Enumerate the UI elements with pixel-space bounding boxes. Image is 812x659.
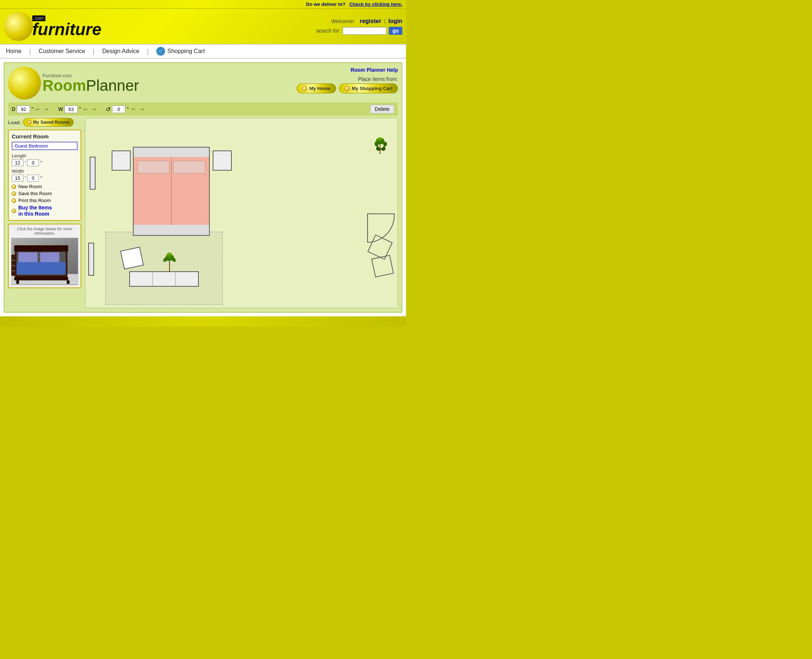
preview-image[interactable]: [11, 238, 78, 285]
pillow-right: [173, 161, 205, 173]
preview-hint: Click the image below for more informati…: [11, 227, 78, 235]
left-door-bottom: [88, 243, 94, 276]
width-arrow-left: ←: [82, 106, 89, 113]
save-room-circle: [12, 191, 16, 196]
width-in-input[interactable]: [27, 175, 39, 181]
depth-unit: ": [32, 106, 33, 112]
rp-help-link[interactable]: Room Planner Help: [351, 67, 398, 73]
current-room-title: Current Room: [12, 133, 77, 139]
width-inputs: ' ": [12, 175, 77, 181]
width-arrow-right: →: [90, 106, 97, 113]
rp-logo-circle: [8, 67, 41, 99]
left-door-top: [90, 157, 96, 190]
nav-sep1: |: [27, 47, 33, 55]
main-content: Furniture.com RoomPlanner Room Planner H…: [0, 58, 406, 316]
new-room-circle: [12, 184, 16, 189]
my-saved-rooms-button[interactable]: My Saved Rooms: [23, 118, 73, 127]
register-link[interactable]: register: [360, 18, 382, 24]
bed-divider: [171, 157, 172, 225]
width-ft-input[interactable]: [12, 175, 24, 181]
rp-header-right: Room Planner Help Place Items from: My H…: [296, 67, 398, 93]
welcome-row: Welcome! register | login: [316, 18, 402, 25]
length-inputs: ' ": [12, 159, 77, 166]
my-shopping-cart-button[interactable]: My Shopping Cart: [339, 84, 398, 93]
svg-rect-8: [16, 280, 19, 284]
nav-design-advice[interactable]: Design Advice: [96, 48, 145, 55]
bed-body: [133, 157, 210, 225]
print-room-circle: [12, 199, 16, 203]
rotate-input[interactable]: [112, 106, 125, 113]
bed[interactable]: [133, 147, 210, 238]
rotate-arrow-right: →: [139, 106, 145, 113]
corner-br-2[interactable]: [371, 255, 394, 277]
my-home-circle: [302, 86, 307, 91]
dresser-bottom[interactable]: [129, 271, 199, 287]
rotate-icon: ↺: [106, 106, 110, 113]
length-ft-unit: ': [25, 160, 26, 166]
saved-rooms-circle: [27, 120, 32, 125]
width-field: Width ' ": [12, 169, 77, 181]
print-room-label: Print this Room: [18, 198, 51, 203]
delivery-link[interactable]: Check by clicking here.: [349, 2, 402, 7]
welcome-text: Welcome!: [331, 18, 354, 24]
my-home-button[interactable]: My Home: [296, 84, 336, 93]
depth-input[interactable]: [17, 106, 30, 113]
search-input[interactable]: [343, 27, 386, 35]
svg-rect-9: [67, 280, 69, 284]
login-link[interactable]: login: [388, 18, 402, 24]
svg-rect-5: [16, 262, 66, 274]
rotate-unit: °: [127, 106, 129, 112]
svg-rect-7: [14, 277, 68, 281]
room-name-input[interactable]: [12, 142, 77, 150]
nightstand-right[interactable]: [213, 150, 232, 170]
svg-rect-11: [12, 260, 15, 261]
save-room-action[interactable]: Save this Room: [12, 191, 77, 196]
rp-header: Furniture.com RoomPlanner Room Planner H…: [8, 67, 398, 99]
length-in-input[interactable]: [27, 159, 39, 166]
depth-label: D: [12, 106, 16, 112]
search-label: search for:: [316, 28, 341, 34]
logo-area: .com furniture: [4, 12, 101, 41]
length-ft-input[interactable]: [12, 159, 24, 166]
dresser-divider2: [175, 272, 176, 286]
dresser-divider1: [152, 272, 153, 286]
rotate-control: ↺ ° ← →: [106, 106, 145, 113]
my-home-label: My Home: [309, 86, 331, 91]
load-label: Load:: [8, 120, 21, 125]
rp-canvas[interactable]: ✿: [85, 118, 398, 308]
nav-customer-service[interactable]: Customer Service: [33, 48, 91, 55]
buy-items-action[interactable]: Buy the Items in this Room: [12, 205, 77, 217]
nightstand-left[interactable]: [112, 150, 131, 170]
header: .com furniture Welcome! register | login…: [0, 9, 406, 44]
print-room-action[interactable]: Print this Room: [12, 198, 77, 203]
nav-home[interactable]: Home: [6, 48, 27, 55]
pipe-separator: |: [384, 18, 385, 24]
bed-headboard: [133, 147, 210, 157]
buy-items-circle: [12, 209, 16, 213]
depth-control: D " ← →: [12, 106, 49, 113]
nav-shopping-cart[interactable]: 🛒 Shopping Cart: [150, 47, 211, 56]
rp-room-word: Room: [43, 77, 86, 94]
plant-tr-svg: [369, 136, 391, 158]
width-ft-unit: ': [25, 175, 26, 181]
delete-button[interactable]: Delete: [370, 105, 394, 114]
width-input[interactable]: [65, 106, 77, 113]
depth-arrow-right: →: [43, 106, 49, 113]
room-actions: New Room Save this Room Print this Room: [12, 184, 77, 217]
search-row: search for: go: [316, 27, 402, 35]
rp-planner-word: Planner: [86, 77, 139, 94]
bed-footboard: [133, 225, 210, 236]
new-room-action[interactable]: New Room: [12, 184, 77, 189]
cart-icon: 🛒: [156, 47, 165, 56]
saved-rooms-label: My Saved Rooms: [33, 120, 69, 125]
go-button[interactable]: go: [389, 27, 402, 35]
rp-logo-wrapper: Furniture.com RoomPlanner: [8, 67, 139, 99]
svg-rect-12: [12, 265, 15, 266]
bottom-bar: [0, 316, 406, 326]
pillow-left: [137, 161, 170, 173]
rp-place-items-buttons: My Home My Shopping Cart: [296, 84, 398, 93]
rp-load-section: Load: My Saved Rooms: [8, 118, 81, 127]
nav-bar: Home | Customer Service | Design Advice …: [0, 44, 406, 58]
product-preview[interactable]: Click the image below for more informati…: [8, 224, 81, 288]
svg-rect-13: [12, 271, 15, 271]
